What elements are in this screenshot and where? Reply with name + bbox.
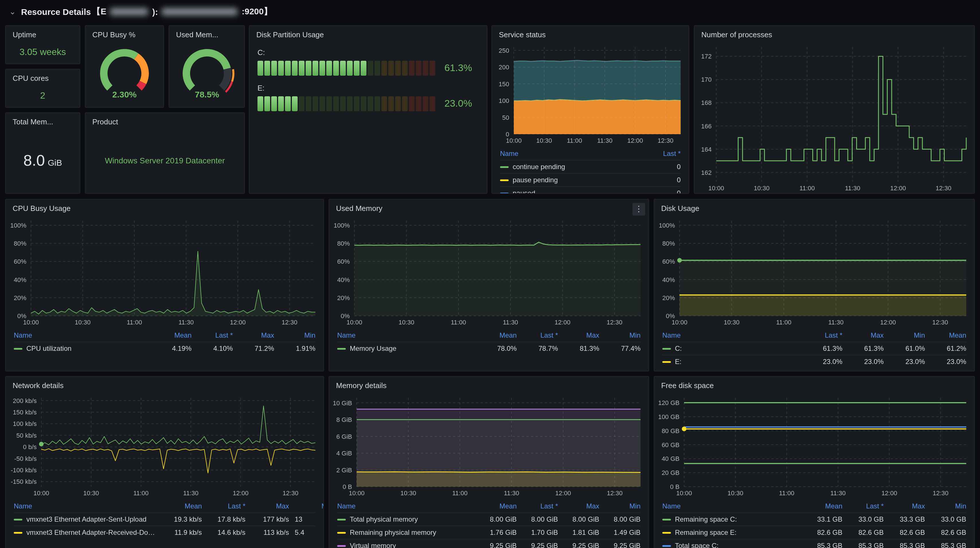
svg-text:12:00: 12:00 [233, 489, 248, 497]
legend-col-header[interactable]: Name [662, 502, 801, 510]
panel-title[interactable]: Product [86, 113, 244, 129]
svg-text:10:00: 10:00 [23, 319, 39, 326]
panel-title[interactable]: CPU Busy % [86, 26, 164, 41]
legend-value: 85.3 GB [842, 542, 884, 548]
free-disk-chart[interactable]: 0 B20 GB40 GB60 GB80 GB100 GB120 GB10:00… [654, 392, 974, 498]
legend-col-header[interactable]: Last * [801, 331, 842, 339]
legend-value: 5.4 [289, 529, 323, 537]
panel-title[interactable]: Number of processes [694, 26, 974, 41]
svg-text:11:30: 11:30 [597, 137, 612, 144]
panel-title[interactable]: Total Mem... [6, 113, 80, 129]
legend-series-name[interactable]: Remaining space C: [662, 515, 801, 523]
legend-series-name[interactable]: Memory Usage [337, 345, 476, 353]
panel-title[interactable]: Network details [6, 376, 323, 392]
legend-series-name[interactable]: paused [500, 189, 640, 194]
legend-col-header[interactable]: Min [289, 502, 323, 510]
legend-value: 8.00 GiB [517, 515, 558, 523]
svg-text:60%: 60% [14, 258, 26, 265]
cpu-busy-usage-chart[interactable]: 0%20%40%60%80%100%10:0010:3011:0011:3012… [6, 215, 323, 327]
legend-col-header[interactable]: Name [500, 149, 640, 157]
panel-title[interactable]: Uptime [6, 26, 80, 41]
panel-network-details: Network details 200 kb/s150 kb/s100 kb/s… [5, 376, 324, 548]
legend-series-name[interactable]: CPU utilization [14, 345, 150, 353]
legend-col-header[interactable]: Max [233, 331, 274, 339]
legend-col-header[interactable]: Mean [925, 331, 966, 339]
legend-series-name[interactable]: vmxnet3 Ethernet Adapter-Received-Downlo… [14, 529, 158, 537]
legend-col-header[interactable]: Name [337, 331, 476, 339]
panel-title[interactable]: Used Mem... [169, 26, 244, 41]
legend-series-name[interactable]: vmxnet3 Ethernet Adapter-Sent-Upload [14, 515, 158, 523]
panel-title[interactable]: Service status [492, 26, 689, 41]
legend-series-name[interactable]: Virtual memory [337, 542, 476, 548]
legend-col-header[interactable]: Min [884, 331, 925, 339]
panel-menu-icon[interactable]: ⋮ [633, 203, 645, 216]
legend-col-header[interactable]: Last * [640, 149, 681, 157]
legend-col-header[interactable]: Max [842, 331, 884, 339]
svg-text:10 GiB: 10 GiB [333, 400, 352, 407]
service-status-chart[interactable]: 05010015020025010:0010:3011:0011:3012:00… [492, 41, 689, 146]
legend-col-header[interactable]: Max [245, 502, 289, 510]
legend-value: 78.0% [476, 345, 517, 353]
disk-partition-value: 23.0% [444, 98, 479, 110]
legend-col-header[interactable]: Mean [158, 502, 202, 510]
legend-col-header[interactable]: Min [925, 502, 966, 510]
legend-col-header[interactable]: Name [14, 502, 158, 510]
legend-value: 17.8 kb/s [202, 515, 245, 523]
legend-value: 23.0% [801, 358, 842, 366]
panel-title[interactable]: Disk Usage [654, 200, 974, 215]
dashboard-row-title[interactable]: Resource Details 【E ): :9200】 [21, 6, 273, 17]
panel-title[interactable]: Free disk space [654, 376, 974, 392]
used-memory-chart[interactable]: 0%20%40%60%80%100%10:0010:3011:0011:3012… [329, 215, 649, 327]
legend-col-header[interactable]: Min [599, 331, 641, 339]
legend-value: 61.3% [801, 345, 842, 353]
legend-series-name[interactable]: C: [662, 345, 801, 353]
legend-series-name[interactable]: continue pending [500, 163, 640, 171]
legend-col-header[interactable]: Mean [476, 331, 517, 339]
disk-usage-chart[interactable]: 0%20%40%60%80%100%10:0010:3011:0011:3012… [654, 215, 974, 327]
legend-col-header[interactable]: Max [558, 331, 599, 339]
legend-col-header[interactable]: Max [558, 502, 599, 510]
led-bar-gauge [258, 96, 435, 111]
legend-series-name[interactable]: Total space C: [662, 542, 801, 548]
legend-col-header[interactable]: Max [884, 502, 925, 510]
panel-title[interactable]: CPU cores [6, 69, 80, 85]
legend-series-name[interactable]: E: [662, 358, 801, 366]
legend-value: 1.81 GiB [558, 529, 599, 537]
legend-col-header[interactable]: Name [662, 331, 801, 339]
panel-title[interactable]: Memory details [329, 376, 649, 392]
legend-col-header[interactable]: Last * [517, 502, 558, 510]
panel-title[interactable]: Used Memory [329, 200, 649, 215]
svg-text:11:30: 11:30 [183, 489, 199, 497]
legend-col-header[interactable]: Name [337, 502, 476, 510]
processes-chart[interactable]: 16216416616817017210:0010:3011:0011:3012… [694, 41, 974, 193]
panel-title[interactable]: CPU Busy Usage [6, 200, 323, 215]
svg-text:11:30: 11:30 [828, 319, 843, 326]
legend-value: 61.3% [842, 345, 884, 353]
gauge-value: 78.5% [194, 89, 219, 99]
legend-col-header[interactable]: Last * [202, 502, 245, 510]
row-collapse-chevron-icon[interactable]: ⌄ [9, 7, 16, 16]
legend-col-header[interactable]: Mean [801, 502, 842, 510]
legend-col-header[interactable]: Name [14, 331, 150, 339]
legend-col-header[interactable]: Min [599, 502, 641, 510]
legend-col-header[interactable]: Last * [191, 331, 233, 339]
svg-text:-100 kb/s: -100 kb/s [11, 467, 37, 474]
memory-details-chart[interactable]: 0 B2 GiB4 GiB6 GiB8 GiB10 GiB10:0010:301… [329, 392, 649, 498]
svg-text:12:30: 12:30 [932, 319, 948, 326]
legend-series-name[interactable]: Total physical memory [337, 515, 476, 523]
panel-product: Product Windows Server 2019 Datacenter [85, 112, 245, 194]
panel-uptime: Uptime 3.05 weeks [5, 25, 80, 64]
legend-series-name[interactable]: pause pending [500, 176, 640, 184]
legend-series-name[interactable]: Remaining physical memory [337, 529, 476, 537]
network-chart[interactable]: 200 kb/s150 kb/s100 kb/s50 kb/s0 b/s-50 … [6, 392, 323, 498]
legend-col-header[interactable]: Last * [842, 502, 884, 510]
legend-col-header[interactable]: Last * [517, 331, 558, 339]
svg-text:40%: 40% [662, 276, 675, 283]
total-memory-value: 8.0GiB [23, 152, 62, 170]
legend-value: 11.9 kb/s [158, 529, 202, 537]
legend-series-name[interactable]: Remaining space E: [662, 529, 801, 537]
legend-col-header[interactable]: Min [274, 331, 315, 339]
legend-col-header[interactable]: Mean [150, 331, 191, 339]
panel-title[interactable]: Disk Partition Usage [250, 26, 487, 41]
legend-col-header[interactable]: Mean [476, 502, 517, 510]
